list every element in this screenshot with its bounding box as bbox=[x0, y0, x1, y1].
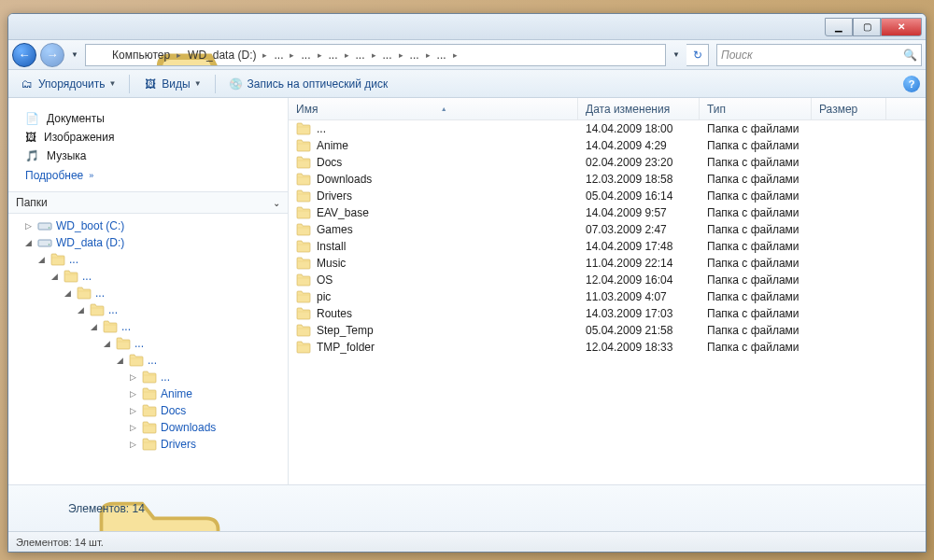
views-menu[interactable]: 🖼 Виды ▼ bbox=[137, 75, 206, 93]
views-icon: 🖼 bbox=[143, 77, 158, 91]
file-row[interactable]: OS12.04.2009 16:04Папка с файлами bbox=[289, 272, 926, 288]
file-row[interactable]: Games07.03.2009 2:47Папка с файлами bbox=[289, 221, 926, 238]
favorites-more[interactable]: Подробнее » bbox=[21, 165, 278, 186]
chevron-right-icon[interactable]: ▸ bbox=[450, 50, 460, 60]
refresh-button[interactable]: ↻ bbox=[686, 44, 709, 66]
tree-item[interactable]: ▷Drivers bbox=[14, 436, 286, 453]
tree-item[interactable]: ▷Docs bbox=[14, 402, 286, 419]
favorite-link[interactable]: 📄Документы bbox=[21, 109, 278, 128]
file-row[interactable]: Music11.04.2009 22:14Папка с файлами bbox=[289, 255, 926, 272]
expander-icon[interactable]: ◢ bbox=[36, 255, 47, 264]
organize-menu[interactable]: 🗂 Упорядочить ▼ bbox=[14, 75, 121, 93]
file-row[interactable]: Drivers05.04.2009 16:14Папка с файлами bbox=[289, 188, 926, 204]
column-name-label: Имя bbox=[296, 103, 318, 116]
breadcrumb-segment[interactable]: ... bbox=[297, 45, 314, 65]
file-type: Папка с файлами bbox=[700, 273, 812, 287]
file-row[interactable]: TMP_folder12.04.2009 18:33Папка с файлам… bbox=[289, 339, 926, 356]
file-row[interactable]: Anime14.04.2009 4:29Папка с файлами bbox=[289, 137, 926, 154]
close-button[interactable]: ✕ bbox=[881, 18, 922, 36]
chevron-right-icon[interactable]: ▸ bbox=[260, 50, 270, 60]
chevron-right-icon[interactable]: ▸ bbox=[315, 50, 325, 60]
file-row[interactable]: Downloads12.03.2009 18:58Папка с файлами bbox=[289, 171, 926, 188]
file-rows[interactable]: ...14.04.2009 18:00Папка с файламиAnime1… bbox=[289, 120, 926, 484]
breadcrumb-segment[interactable]: WD_data (D:) bbox=[184, 45, 260, 65]
address-bar[interactable]: Компьютер▸WD_data (D:)▸...▸...▸...▸...▸.… bbox=[85, 44, 666, 66]
breadcrumb-segment[interactable]: ... bbox=[325, 45, 342, 65]
tree-item[interactable]: ◢... bbox=[14, 251, 286, 268]
history-dropdown-icon[interactable]: ▼ bbox=[68, 45, 81, 65]
tree-item[interactable]: ▷WD_boot (C:) bbox=[14, 217, 286, 234]
tree-item[interactable]: ▷Downloads bbox=[14, 419, 286, 436]
column-name[interactable]: Имя bbox=[289, 98, 578, 119]
file-date: 14.04.2009 17:48 bbox=[578, 240, 700, 253]
chevron-right-icon[interactable]: ▸ bbox=[342, 50, 352, 60]
chevron-right-icon[interactable]: ▸ bbox=[174, 50, 184, 60]
file-row[interactable]: Routes14.03.2009 17:03Папка с файлами bbox=[289, 305, 926, 322]
expander-icon[interactable]: ◢ bbox=[76, 305, 86, 315]
file-row[interactable]: ...14.04.2009 18:00Папка с файлами bbox=[289, 120, 926, 137]
expander-icon[interactable]: ▷ bbox=[128, 372, 138, 382]
tree-item[interactable]: ◢... bbox=[14, 318, 286, 335]
favorite-link[interactable]: 🖼Изображения bbox=[21, 128, 278, 147]
tree-label: ... bbox=[134, 337, 144, 350]
file-row[interactable]: Docs02.04.2009 23:20Папка с файлами bbox=[289, 154, 926, 171]
folder-icon bbox=[296, 324, 311, 337]
burn-button[interactable]: 💿 Запись на оптический диск bbox=[223, 75, 394, 93]
breadcrumb-segment[interactable]: Компьютер bbox=[108, 45, 174, 65]
file-name: Docs bbox=[317, 156, 342, 169]
column-type[interactable]: Тип bbox=[700, 98, 812, 119]
tree-item[interactable]: ◢... bbox=[14, 268, 286, 285]
help-button[interactable]: ? bbox=[903, 76, 920, 92]
expander-icon[interactable]: ▷ bbox=[128, 440, 138, 449]
tree-label: ... bbox=[95, 287, 105, 300]
chevron-right-icon[interactable]: ▸ bbox=[287, 50, 297, 60]
breadcrumb-segment[interactable]: ... bbox=[433, 45, 450, 65]
expander-icon[interactable]: ◢ bbox=[115, 356, 125, 365]
chevron-right-icon[interactable]: ▸ bbox=[396, 50, 406, 60]
expander-icon[interactable]: ▷ bbox=[23, 221, 34, 231]
back-button[interactable]: ← bbox=[12, 43, 36, 67]
file-row[interactable]: pic11.03.2009 4:07Папка с файлами bbox=[289, 288, 926, 305]
chevron-right-icon[interactable]: ▸ bbox=[423, 50, 433, 60]
expander-icon[interactable]: ▷ bbox=[128, 389, 138, 399]
file-date: 14.04.2009 4:29 bbox=[578, 139, 700, 152]
tree-item[interactable]: ▷Anime bbox=[14, 385, 286, 402]
folder-tree[interactable]: ▷WD_boot (C:)◢WD_data (D:)◢...◢...◢...◢.… bbox=[8, 214, 288, 484]
file-type: Папка с файлами bbox=[700, 156, 812, 169]
breadcrumb-segment[interactable]: ... bbox=[352, 45, 369, 65]
folders-header[interactable]: Папки ⌄ bbox=[8, 191, 288, 214]
folder-icon bbox=[20, 489, 59, 528]
maximize-button[interactable]: ▢ bbox=[853, 18, 881, 36]
column-date[interactable]: Дата изменения bbox=[578, 98, 700, 119]
tree-item[interactable]: ◢... bbox=[14, 285, 286, 301]
search-input[interactable]: Поиск 🔍 bbox=[716, 44, 922, 66]
expander-icon[interactable]: ▷ bbox=[128, 406, 138, 415]
folder-icon bbox=[296, 240, 311, 253]
favorite-label: Изображения bbox=[44, 131, 114, 144]
expander-icon[interactable]: ◢ bbox=[50, 272, 60, 281]
file-row[interactable]: Install14.04.2009 17:48Папка с файлами bbox=[289, 238, 926, 255]
expander-icon[interactable]: ◢ bbox=[23, 238, 34, 247]
breadcrumb-segment[interactable]: ... bbox=[379, 45, 396, 65]
tree-label: WD_data (D:) bbox=[56, 236, 124, 249]
chevron-right-icon[interactable]: ▸ bbox=[369, 50, 379, 60]
expander-icon[interactable]: ◢ bbox=[63, 288, 73, 298]
expander-icon[interactable]: ▷ bbox=[128, 423, 138, 432]
file-row[interactable]: Step_Temp05.04.2009 21:58Папка с файлами bbox=[289, 322, 926, 339]
breadcrumb-segment[interactable]: ... bbox=[406, 45, 423, 65]
expander-icon[interactable]: ◢ bbox=[89, 322, 99, 331]
address-dropdown-icon[interactable]: ▼ bbox=[670, 45, 683, 65]
favorite-link[interactable]: 🎵Музыка bbox=[21, 147, 278, 165]
tree-item[interactable]: ◢WD_data (D:) bbox=[14, 234, 286, 251]
column-size[interactable]: Размер bbox=[812, 98, 886, 119]
tree-item[interactable]: ▷... bbox=[14, 369, 286, 385]
file-row[interactable]: EAV_base14.04.2009 9:57Папка с файлами bbox=[289, 204, 926, 221]
expander-icon[interactable]: ◢ bbox=[102, 339, 112, 348]
tree-item[interactable]: ◢... bbox=[14, 352, 286, 369]
breadcrumb-segment[interactable]: ... bbox=[270, 45, 287, 65]
forward-button[interactable]: → bbox=[40, 43, 64, 67]
tree-item[interactable]: ◢... bbox=[14, 335, 286, 352]
command-bar: 🗂 Упорядочить ▼ 🖼 Виды ▼ 💿 Запись на опт… bbox=[8, 70, 926, 98]
minimize-button[interactable]: ▁ bbox=[825, 18, 853, 36]
tree-item[interactable]: ◢... bbox=[14, 301, 286, 318]
